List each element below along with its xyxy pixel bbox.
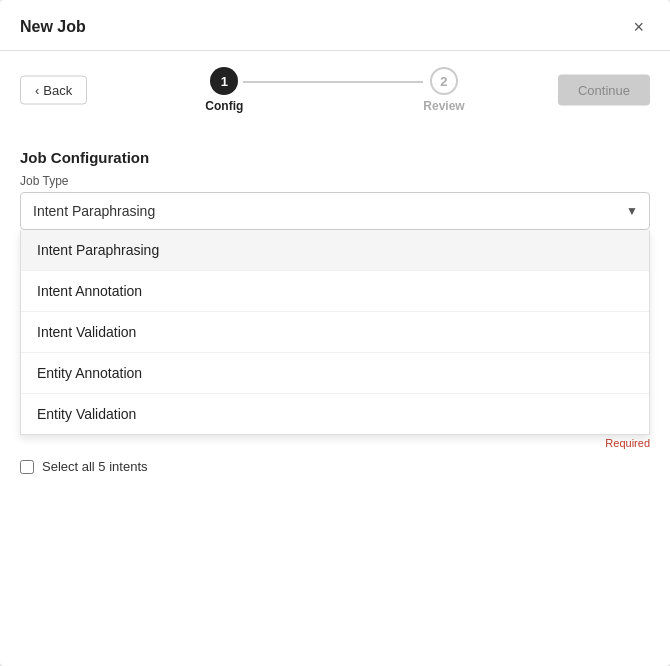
step-1-wrapper: 1 Config (205, 67, 243, 113)
dropdown-item-entity-annotation[interactable]: Entity Annotation (21, 353, 649, 394)
back-chevron-icon: ‹ (35, 83, 39, 98)
step-2-circle: 2 (430, 67, 458, 95)
modal-body: Job Configuration Job Type Intent Paraph… (0, 129, 670, 666)
back-button[interactable]: ‹ Back (20, 76, 87, 105)
modal-header: New Job × (0, 0, 670, 51)
add-intents-required-text: Required (20, 437, 650, 449)
step-2-label: Review (423, 99, 464, 113)
modal-title: New Job (20, 18, 86, 36)
back-label: Back (43, 83, 72, 98)
job-type-selected[interactable]: Intent Paraphrasing (20, 192, 650, 230)
new-job-modal: New Job × ‹ Back 1 Config 2 Review Conti… (0, 0, 670, 666)
dropdown-item-entity-validation[interactable]: Entity Validation (21, 394, 649, 434)
select-all-row: Select all 5 intents (20, 459, 650, 474)
dropdown-item-intent-validation[interactable]: Intent Validation (21, 312, 649, 353)
dropdown-item-intent-paraphrasing[interactable]: Intent Paraphrasing (21, 230, 649, 271)
step-1-circle: 1 (210, 67, 238, 95)
step-line (243, 81, 423, 83)
step-2-wrapper: 2 Review (423, 67, 464, 113)
stepper-row: 1 Config 2 Review (205, 67, 464, 113)
stepper-area: ‹ Back 1 Config 2 Review Continue (0, 51, 670, 129)
continue-button[interactable]: Continue (558, 75, 650, 106)
job-type-dropdown-menu: Intent Paraphrasing Intent Annotation In… (20, 230, 650, 435)
dropdown-item-intent-annotation[interactable]: Intent Annotation (21, 271, 649, 312)
select-all-checkbox[interactable] (20, 460, 34, 474)
select-all-label[interactable]: Select all 5 intents (42, 459, 148, 474)
section-title: Job Configuration (20, 149, 650, 166)
close-button[interactable]: × (627, 16, 650, 38)
step-1-label: Config (205, 99, 243, 113)
job-type-label: Job Type (20, 174, 650, 188)
job-type-dropdown-container: Intent Paraphrasing ▼ Intent Paraphrasin… (20, 192, 650, 230)
